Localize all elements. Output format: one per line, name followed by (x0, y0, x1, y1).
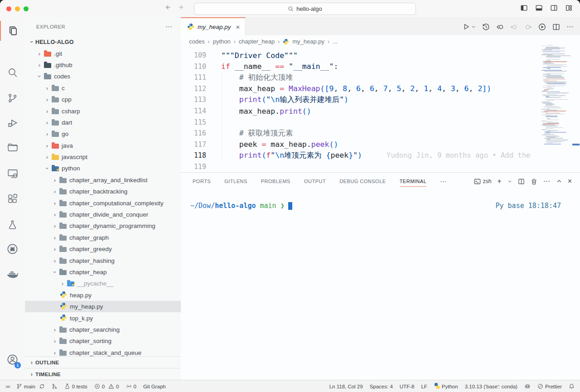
breadcrumb-symbol[interactable]: ... (333, 38, 338, 45)
split-terminal-icon[interactable] (518, 178, 525, 185)
activity-run-debug-icon[interactable] (0, 113, 25, 133)
tree-item-chapter_dynamic_programming[interactable]: ›chapter_dynamic_programming (25, 220, 181, 232)
panel-tab-ports[interactable]: PORTS (193, 173, 211, 190)
branch-status[interactable]: main (16, 383, 45, 389)
tree-item-go[interactable]: ›go (25, 128, 181, 140)
code-line-109[interactable]: 109"""Driver Code""" (181, 50, 541, 61)
tree-item-chapter_graph[interactable]: ›chapter_graph (25, 232, 181, 243)
encoding[interactable]: UTF-8 (400, 384, 415, 389)
file-history-icon[interactable] (482, 23, 490, 31)
code-line-116[interactable]: 116 # 获取堆顶元素 (181, 128, 541, 139)
tab-my-heap-py[interactable]: my_heap.py × (181, 17, 246, 35)
activity-folder-icon[interactable] (0, 138, 25, 158)
problems-status[interactable]: 00 (94, 383, 119, 389)
tree-item-java[interactable]: ›java (25, 140, 181, 151)
tree-item-.git[interactable]: ›.git (25, 48, 181, 59)
panel-tab-output[interactable]: OUTPUT (304, 173, 326, 190)
tests-status[interactable]: 0 tests (64, 383, 87, 389)
tree-item-top_k.py[interactable]: top_k.py (25, 312, 181, 324)
tree-item-HELLO-ALGO[interactable]: ›HELLO-ALGO (25, 36, 181, 48)
tree-item-chapter_heap[interactable]: ›chapter_heap (25, 266, 181, 278)
activity-explorer-icon[interactable] (0, 21, 26, 41)
tree-item-chapter_hashing[interactable]: ›chapter_hashing (25, 255, 181, 266)
code-line-111[interactable]: 111 # 初始化大顶堆 (181, 72, 541, 83)
editor-more-actions-icon[interactable]: ⋯ (566, 23, 574, 31)
remote-indicator[interactable]: >< (5, 384, 10, 389)
toggle-secondary-sidebar-icon[interactable] (550, 4, 558, 12)
minimize-window-button[interactable] (15, 6, 20, 11)
git-graph-icon-item[interactable] (52, 383, 58, 389)
code-line-114[interactable]: 114 max_heap.print() (181, 106, 541, 117)
language-mode[interactable]: Python (434, 383, 458, 390)
activity-search-icon[interactable] (0, 63, 25, 82)
activity-remote-explorer-icon[interactable] (0, 164, 25, 184)
tree-item-chapter_sorting[interactable]: ›chapter_sorting (25, 335, 181, 347)
activity-testing-icon[interactable] (0, 215, 25, 235)
indentation[interactable]: Spaces: 4 (370, 384, 393, 389)
run-python-file-button[interactable] (463, 23, 476, 30)
tree-item-.github[interactable]: ›.github (25, 59, 181, 71)
breadcrumb-python[interactable]: python (213, 38, 231, 45)
panel-tab-gitlens[interactable]: GITLENS (224, 173, 247, 190)
code-line-112[interactable]: 112 max_heap = MaxHeap([9, 8, 6, 6, 7, 5… (181, 83, 541, 95)
panel-tab-terminal[interactable]: TERMINAL (400, 173, 427, 190)
tree-item-my_heap.py[interactable]: my_heap.py (25, 301, 181, 312)
tree-item-chapter_divide_and_conquer[interactable]: ›chapter_divide_and_conquer (25, 209, 181, 220)
toggle-primary-sidebar-icon[interactable] (520, 4, 528, 12)
activity-github-icon[interactable] (0, 239, 25, 259)
eol[interactable]: LF (421, 384, 427, 389)
tree-item-chapter_backtracking[interactable]: ›chapter_backtracking (25, 186, 181, 197)
tree-item-cpp[interactable]: ›cpp (25, 94, 181, 105)
panel-more-actions-icon[interactable]: ⋯ (543, 177, 551, 185)
code-line-119[interactable]: 119 (181, 161, 541, 172)
tree-item-c[interactable]: ›c (25, 82, 181, 94)
copilot-status[interactable] (524, 383, 531, 390)
close-window-button[interactable] (6, 6, 11, 11)
zoom-window-button[interactable] (24, 6, 29, 11)
kill-terminal-trash-icon[interactable] (531, 178, 537, 185)
tab-close-icon[interactable]: × (236, 23, 240, 31)
explorer-more-actions-icon[interactable]: ⋯ (165, 23, 173, 31)
customize-layout-icon[interactable] (565, 4, 573, 12)
panel-tab-problems[interactable]: PROBLEMS (261, 173, 290, 190)
code-line-113[interactable]: 113 print("\n输入列表并建堆后") (181, 94, 541, 106)
open-changes-icon[interactable] (496, 23, 504, 31)
tree-item-chapter_array_and_linkedlist[interactable]: ›chapter_array_and_linkedlist (25, 174, 181, 186)
code-line-117[interactable]: 117 peek = max_heap.peek() (181, 139, 541, 150)
terminal-view[interactable]: ~/Dow/hello-algo main ❯ Py base 18:18:47 (181, 190, 580, 210)
nav-forward-icon[interactable] (178, 4, 185, 11)
outline-section[interactable]: › OUTLINE (25, 356, 181, 368)
run-circle-icon[interactable] (538, 23, 546, 31)
new-terminal-icon[interactable]: + (497, 177, 501, 185)
tree-item-dart[interactable]: ›dart (25, 117, 181, 128)
code-line-110[interactable]: 110if __name__ == "__main__": (181, 61, 541, 73)
breadcrumb-file[interactable]: my_heap.py (292, 38, 324, 45)
nav-back-icon[interactable] (164, 4, 171, 11)
tree-item-__pycache__[interactable]: ›__pycache__ (25, 278, 181, 289)
tree-item-codes[interactable]: ›codes (25, 71, 181, 82)
tree-item-python[interactable]: ›python (25, 163, 181, 174)
tree-item-chapter_computational_complexity[interactable]: ›chapter_computational_complexity (25, 197, 181, 208)
python-interpreter[interactable]: 3.10.13 ('base': conda) (465, 384, 517, 389)
split-editor-icon[interactable] (552, 23, 560, 31)
panel-tab-debug-console[interactable]: DEBUG CONSOLE (339, 173, 386, 190)
prettier-status[interactable]: Prettier (537, 383, 562, 389)
activity-source-control-icon[interactable] (0, 88, 25, 108)
close-panel-icon[interactable]: × (568, 177, 572, 185)
tree-item-chapter_greedy[interactable]: ›chapter_greedy (25, 243, 181, 255)
command-center-search[interactable]: hello-algo (194, 3, 416, 15)
breadcrumb-chapter-heap[interactable]: chapter_heap (239, 38, 275, 45)
breadcrumb-codes[interactable]: codes (189, 38, 205, 45)
tree-item-csharp[interactable]: ›csharp (25, 105, 181, 116)
tree-item-javascript[interactable]: ›javascript (25, 151, 181, 163)
timeline-section[interactable]: › TIMELINE (25, 368, 181, 380)
terminal-dropdown-icon[interactable] (508, 179, 512, 184)
code-line-118[interactable]: 118 print(f"\n堆顶元素为 {peek}")Yudong Jin, … (181, 150, 541, 161)
tree-item-chapter_searching[interactable]: ›chapter_searching (25, 324, 181, 335)
cursor-position[interactable]: Ln 118, Col 29 (329, 384, 363, 389)
code-editor[interactable]: 109"""Driver Code"""110if __name__ == "_… (181, 48, 541, 172)
activity-docker-icon[interactable] (0, 264, 25, 284)
tree-item-heap.py[interactable]: heap.py (25, 290, 181, 301)
notifications-bell[interactable] (569, 383, 575, 389)
git-graph-button[interactable]: Git Graph (143, 384, 166, 389)
